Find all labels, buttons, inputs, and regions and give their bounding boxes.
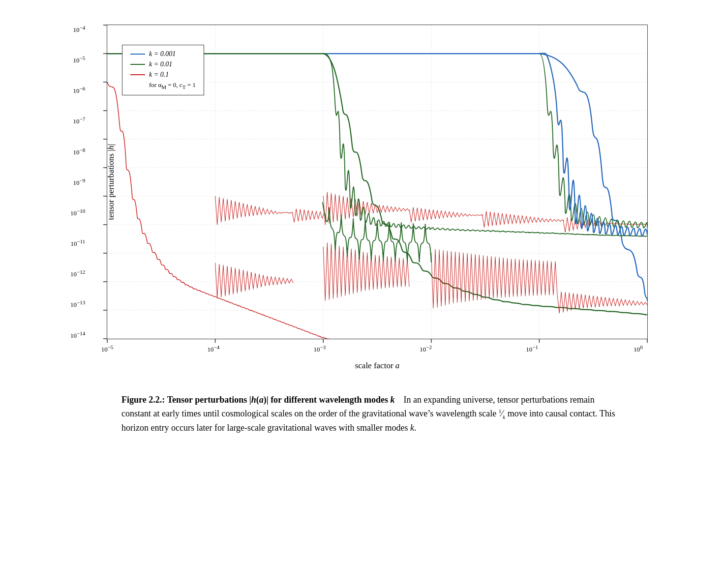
chart-area: 10−4 10−5 10−6 10−7 10−8 10−9 10−10 10−1…	[107, 25, 648, 339]
y-tick-9: 10−13	[70, 300, 85, 308]
y-tick-3: 10−7	[73, 117, 86, 124]
y-axis-label: tensor perturbations |h|	[106, 144, 116, 220]
legend-note: for αM = 0, cT = 1	[130, 81, 196, 90]
y-tick-4: 10−8	[73, 147, 86, 155]
x-tick-3: 10−2	[420, 344, 432, 353]
x-tick-0: 10−5	[101, 344, 114, 353]
page-container: 10−4 10−5 10−6 10−7 10−8 10−9 10−10 10−1…	[10, 10, 715, 440]
legend-line-red	[130, 74, 145, 75]
x-axis-ticks: 10−5 10−4 10−3 10−2 10−1 100	[107, 344, 647, 353]
caption-title: Tensor perturbations |h(a)| for differen…	[167, 395, 395, 405]
y-tick-10: 10−14	[70, 331, 85, 339]
y-tick-2: 10−6	[73, 86, 86, 94]
legend-line-green	[130, 64, 145, 65]
x-tick-2: 10−3	[313, 344, 326, 353]
legend-line-blue	[130, 54, 145, 55]
x-tick-1: 10−4	[208, 344, 220, 353]
legend-label-red: k = 0.1	[149, 71, 169, 79]
y-tick-5: 10−9	[73, 178, 86, 186]
figure-container: 10−4 10−5 10−6 10−7 10−8 10−9 10−10 10−1…	[10, 10, 715, 440]
legend-label-green: k = 0.01	[149, 60, 172, 68]
x-tick-5: 100	[634, 344, 643, 353]
legend-item-green: k = 0.01	[130, 60, 196, 68]
y-tick-7: 10−11	[70, 239, 85, 247]
y-tick-0: 10−4	[73, 25, 86, 33]
caption-label: Figure 2.2.:	[121, 395, 165, 405]
legend-label-blue: k = 0.001	[149, 50, 176, 58]
y-tick-6: 10−10	[70, 208, 85, 216]
legend-item-red: k = 0.1	[130, 71, 196, 79]
y-tick-1: 10−5	[73, 56, 86, 63]
y-axis-ticks: 10−4 10−5 10−6 10−7 10−8 10−9 10−10 10−1…	[70, 25, 85, 339]
x-axis-label: scale factor a	[355, 361, 400, 371]
chart-wrapper: 10−4 10−5 10−6 10−7 10−8 10−9 10−10 10−1…	[67, 15, 658, 379]
legend-item-blue: k = 0.001	[130, 50, 196, 58]
legend-box: k = 0.001 k = 0.01 k = 0.1 for αM = 0, c…	[122, 45, 204, 95]
y-tick-8: 10−12	[70, 269, 85, 277]
x-tick-4: 10−1	[526, 344, 538, 353]
figure-caption: Figure 2.2.: Tensor perturbations |h(a)|…	[92, 393, 633, 435]
